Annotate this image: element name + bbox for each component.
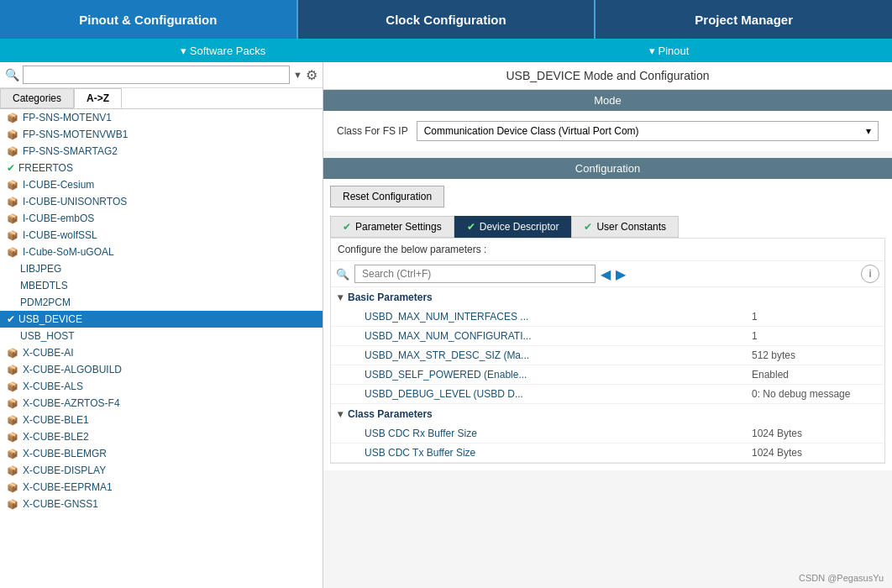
sidebar-item[interactable]: 📦I-CUBE-wolfSSL [0,227,323,244]
sidebar-item-label: FP-SNS-MOTENV1 [23,112,112,123]
param-row: USB CDC Rx Buffer Size1024 Bytes [331,424,884,444]
sidebar-item[interactable]: 📦I-CUBE-embOS [0,210,323,227]
class-for-fs-ip-label: Class For FS IP [337,125,408,137]
params-info-button[interactable]: i [861,265,879,283]
param-group-header[interactable]: ▾Class Parameters [331,404,884,424]
sidebar-item[interactable]: ✔FREERTOS [0,160,323,176]
active-check-icon: ✔ [7,313,15,325]
sidebar-item-label: MBEDTLS [20,280,68,291]
content-title: USB_DEVICE Mode and Configuration [323,62,892,90]
param-group-header[interactable]: ▾Basic Parameters [331,287,884,307]
sidebar-item-label: I-CUBE-embOS [23,213,94,224]
content-area: USB_DEVICE Mode and Configuration Mode C… [323,62,892,588]
param-name: USBD_MAX_NUM_INTERFACES ... [365,311,752,323]
config-header: Configuration [323,158,892,179]
tab-a-to-z[interactable]: A->Z [74,88,122,108]
sec-nav: ▾ Software Packs ▾ Pinout [0,39,892,62]
param-name: USB CDC Rx Buffer Size [365,428,752,439]
sidebar-item[interactable]: 📦X-CUBE-DISPLAY [0,462,323,479]
param-value: 0: No debug message [752,388,878,400]
package-icon: 📦 [7,230,18,241]
sidebar-item-label: X-CUBE-BLE2 [23,431,89,443]
sidebar-item-label: I-CUBE-Cesium [23,179,94,191]
params-nav-prev-button[interactable]: ◀ [601,266,611,282]
sidebar-item[interactable]: 📦X-CUBE-BLEMGR [0,445,323,462]
sidebar-item[interactable]: 📦FP-SNS-SMARTAG2 [0,143,323,160]
package-icon: 📦 [7,247,18,258]
param-name: USBD_DEBUG_LEVEL (USBD D... [365,388,752,400]
mode-header-text: Mode [594,94,622,107]
sidebar-item[interactable]: 📦X-CUBE-BLE2 [0,428,323,445]
params-search-input[interactable] [354,265,596,283]
sidebar-item-label: X-CUBE-GNSS1 [23,498,98,510]
reset-config-button[interactable]: Reset Configuration [330,186,444,207]
sidebar-item[interactable]: 📦I-Cube-SoM-uGOAL [0,244,323,260]
mode-row: Class For FS IP Communication Device Cla… [337,121,879,141]
package-icon: 📦 [7,432,18,443]
sidebar-item-label: FP-SNS-SMARTAG2 [23,145,118,157]
package-icon: 📦 [7,365,18,375]
sidebar-item[interactable]: USB_HOST [0,328,323,344]
watermark-text: CSDN @PegasusYu [799,573,884,583]
sidebar-item[interactable]: 📦X-CUBE-ALGOBUILD [0,361,323,378]
param-tab-2[interactable]: ✔User Constants [571,216,679,238]
sidebar-item[interactable]: ✔USB_DEVICE [0,311,323,328]
sidebar-item[interactable]: LIBJPEG [0,260,323,277]
package-icon: 📦 [7,129,18,140]
params-desc-text: Configure the below parameters : [338,244,486,255]
check-icon: ✔ [7,162,15,174]
sidebar-item[interactable]: 📦I-CUBE-Cesium [0,176,323,193]
package-icon: 📦 [7,180,18,191]
sidebar-item[interactable]: 📦X-CUBE-BLE1 [0,412,323,428]
sidebar-item-label: PDM2PCM [20,297,71,308]
collapse-arrow-icon: ▾ [338,291,343,303]
sec-nav-pinout[interactable]: ▾ Pinout [446,45,892,57]
sidebar-item-label: X-CUBE-BLEMGR [23,448,107,459]
param-value: 1 [752,330,878,342]
sidebar-item-label: LIBJPEG [20,263,61,275]
sidebar-item[interactable]: 📦FP-SNS-MOTENV1 [0,109,323,126]
params-nav-next-button[interactable]: ▶ [616,266,626,282]
package-icon: 📦 [7,348,18,359]
dropdown-arrow-icon: ▼ [293,70,302,80]
sidebar-item[interactable]: PDM2PCM [0,294,323,311]
gear-icon[interactable]: ⚙ [306,67,317,83]
package-icon: 📦 [7,449,18,459]
sidebar-list: 📦FP-SNS-MOTENV1📦FP-SNS-MOTENVWB1📦FP-SNS-… [0,109,323,588]
package-icon: 📦 [7,482,18,493]
sidebar-item[interactable]: 📦I-CUBE-UNISONRTOS [0,193,323,210]
param-value: 1024 Bytes [752,447,878,459]
param-value: Enabled [752,369,878,381]
tab-categories-label: Categories [13,92,61,104]
search-input[interactable] [23,66,290,84]
param-row: USBD_MAX_NUM_INTERFACES ...1 [331,307,884,327]
param-tab-0[interactable]: ✔Parameter Settings [330,216,454,238]
sidebar-item[interactable]: 📦X-CUBE-GNSS1 [0,496,323,512]
sidebar-item[interactable]: 📦X-CUBE-AI [0,344,323,361]
sidebar-item-label: I-CUBE-wolfSSL [23,229,97,241]
sidebar-item[interactable]: MBEDTLS [0,277,323,294]
tab-categories[interactable]: Categories [0,88,74,108]
nav-pinout[interactable]: Pinout & Configuration [0,0,296,39]
param-row: USBD_MAX_NUM_CONFIGURATI...1 [331,327,884,346]
mode-body: Class For FS IP Communication Device Cla… [323,111,892,151]
tab-check-icon: ✔ [467,221,475,233]
param-tab-1[interactable]: ✔Device Descriptor [454,216,572,238]
package-icon: 📦 [7,381,18,392]
package-icon: 📦 [7,197,18,207]
sidebar-item[interactable]: 📦X-CUBE-EEPRMA1 [0,479,323,496]
sidebar-item-label: X-CUBE-AI [23,347,74,359]
nav-project-label: Project Manager [695,13,793,27]
sidebar-item[interactable]: 📦X-CUBE-ALS [0,378,323,395]
params-search-row: 🔍 ◀ ▶ i [331,261,884,287]
sidebar-item[interactable]: 📦FP-SNS-MOTENVWB1 [0,126,323,143]
tab-check-icon: ✔ [584,221,592,233]
nav-clock[interactable]: Clock Configuration [296,0,596,39]
top-nav: Pinout & Configuration Clock Configurati… [0,0,892,39]
sec-nav-software-packs[interactable]: ▾ Software Packs [0,45,446,57]
software-packs-label: Software Packs [190,45,265,57]
sidebar-item[interactable]: 📦X-CUBE-AZRTOS-F4 [0,395,323,412]
class-for-fs-ip-select[interactable]: Communication Device Class (Virtual Port… [417,121,879,141]
sidebar: 🔍 ▼ ⚙ Categories A->Z 📦FP-SNS-MOTENV1📦FP… [0,62,323,588]
nav-project[interactable]: Project Manager [596,0,892,39]
